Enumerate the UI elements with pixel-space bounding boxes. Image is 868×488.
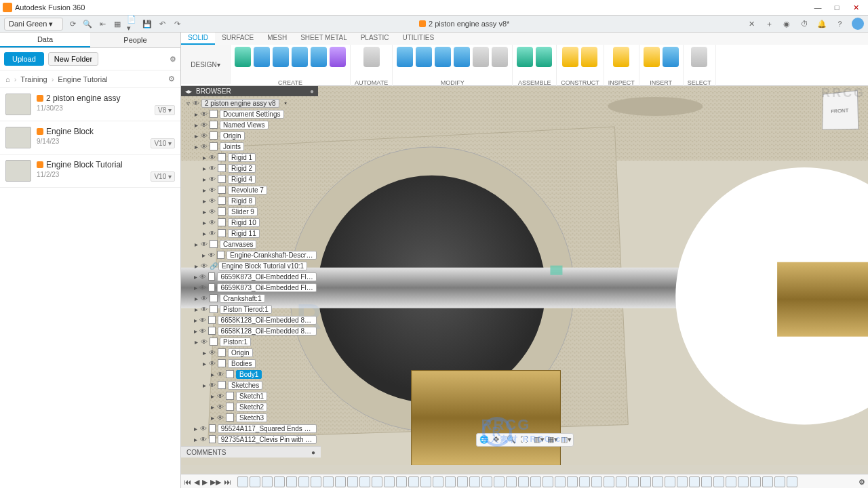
data-tab[interactable]: Data xyxy=(0,33,90,47)
zoom-icon[interactable]: 🔍 xyxy=(507,435,516,445)
pattern-icon[interactable] xyxy=(311,47,327,67)
automate-icon[interactable] xyxy=(363,47,380,67)
timeline-feature[interactable] xyxy=(274,476,285,487)
people-tab[interactable]: People xyxy=(90,33,180,47)
timeline-feature[interactable] xyxy=(311,476,321,487)
timeline-feature[interactable] xyxy=(567,476,578,487)
timeline-feature[interactable] xyxy=(677,476,688,487)
timeline-feature[interactable] xyxy=(787,476,797,487)
as-built-joint-icon[interactable] xyxy=(536,47,552,67)
timeline-feature[interactable] xyxy=(726,476,736,487)
collapse-panel-icon[interactable]: ⇤ xyxy=(97,18,108,29)
timeline-feature[interactable] xyxy=(689,476,700,487)
breadcrumb-gear-icon[interactable]: ⚙ xyxy=(168,75,175,83)
upload-button[interactable]: Upload xyxy=(4,52,44,66)
timeline-feature[interactable] xyxy=(250,476,260,487)
timeline-feature[interactable] xyxy=(323,476,334,487)
timeline-feature[interactable] xyxy=(494,476,505,487)
file-menu-icon[interactable]: 📄▾ xyxy=(127,18,138,29)
timeline-feature[interactable] xyxy=(652,476,663,487)
document-tab[interactable]: 2 piston engine assy v8* xyxy=(419,20,509,28)
user-menu[interactable]: Dani Green ▾ xyxy=(4,18,63,30)
account-avatar[interactable] xyxy=(852,18,864,30)
timeline-start-icon[interactable]: ⏮ xyxy=(184,478,191,487)
timeline-feature[interactable] xyxy=(665,476,675,487)
timeline-feature[interactable] xyxy=(542,476,553,487)
new-tab-icon[interactable]: ＋ xyxy=(764,18,774,29)
orbit-icon[interactable]: 🌐 xyxy=(479,435,489,445)
browser-node[interactable]: ▸👁Rigid 1 xyxy=(181,152,317,163)
viewport-layout-icon[interactable]: ◫▾ xyxy=(561,435,570,445)
plane-icon[interactable] xyxy=(562,47,578,67)
browser-node[interactable]: ▸👁Sketch1 xyxy=(181,390,317,401)
workspace-tab-plastic[interactable]: PLASTIC xyxy=(354,33,396,45)
workspace-tab-sheet-metal[interactable]: SHEET METAL xyxy=(294,33,354,45)
tab-close-icon[interactable]: ✕ xyxy=(746,18,757,29)
shell-icon[interactable] xyxy=(435,47,451,67)
browser-node[interactable]: ▸👁Rigid 2 xyxy=(181,163,317,174)
hole-icon[interactable] xyxy=(292,47,308,67)
timeline-feature[interactable] xyxy=(298,476,309,487)
workspace-tab-mesh[interactable]: MESH xyxy=(260,33,294,45)
window-maximize[interactable]: □ xyxy=(827,1,846,14)
browser-header[interactable]: ◂▸BROWSER● xyxy=(181,86,318,96)
fillet-icon[interactable] xyxy=(416,47,432,67)
timeline-feature[interactable] xyxy=(445,476,456,487)
timeline-feature[interactable] xyxy=(750,476,761,487)
version-badge[interactable]: V10 ▾ xyxy=(151,171,175,182)
press-pull-icon[interactable] xyxy=(397,47,413,67)
new-folder-button[interactable]: New Folder xyxy=(48,52,98,66)
browser-node[interactable]: ▸👁Body1 xyxy=(181,369,317,380)
timeline-feature[interactable] xyxy=(762,476,773,487)
timeline-feature[interactable] xyxy=(701,476,712,487)
timeline-feature[interactable] xyxy=(237,476,248,487)
insert-mcmaster-icon[interactable] xyxy=(663,47,679,67)
sketch-icon[interactable] xyxy=(235,47,251,67)
grid-icon[interactable]: ▦ xyxy=(112,18,123,29)
browser-node[interactable]: ▸👁Crankshaft:1 xyxy=(181,293,317,304)
timeline-feature[interactable] xyxy=(286,476,297,487)
timeline-feature[interactable] xyxy=(396,476,407,487)
browser-node[interactable]: ▸👁Rigid 4 xyxy=(181,174,317,184)
notifications-icon[interactable]: 🔔 xyxy=(816,18,827,29)
move-icon[interactable] xyxy=(492,47,508,67)
timeline-feature[interactable] xyxy=(433,476,443,487)
gear-icon[interactable]: ⚙ xyxy=(170,55,176,64)
timeline-feature[interactable] xyxy=(640,476,651,487)
combine-icon[interactable] xyxy=(454,47,470,67)
version-badge[interactable]: V10 ▾ xyxy=(151,138,175,148)
breadcrumb-project[interactable]: Training xyxy=(20,75,47,83)
timeline-feature[interactable] xyxy=(774,476,785,487)
browser-node[interactable]: ▸👁Rigid 11 xyxy=(181,228,317,239)
browser-node[interactable]: ▸👁🔗Engine Block Tutorial v10:1 xyxy=(181,260,317,271)
data-panel-item[interactable]: Engine Block 9/14/23 V10 ▾ xyxy=(0,121,180,155)
timeline-feature[interactable] xyxy=(335,476,346,487)
browser-node[interactable]: ▸👁6658K128_Oil-Embedded 841 Bron… xyxy=(181,325,317,336)
fit-icon[interactable]: ⛶ xyxy=(520,435,530,445)
timeline-feature[interactable] xyxy=(408,476,419,487)
timeline-feature[interactable] xyxy=(384,476,395,487)
save-icon[interactable]: 💾 xyxy=(142,18,153,29)
form-icon[interactable] xyxy=(330,47,346,67)
browser-node[interactable]: ▸👁Joints xyxy=(181,141,317,152)
extrude-icon[interactable] xyxy=(254,47,270,67)
browser-node[interactable]: ▸👁Piston:1 xyxy=(181,336,317,347)
browser-node[interactable]: ▸👁Revolute 7 xyxy=(181,184,317,195)
browser-node[interactable]: ▸👁Origin xyxy=(181,347,317,358)
window-minimize[interactable]: — xyxy=(808,1,827,14)
timeline-feature[interactable] xyxy=(555,476,566,487)
workspace-tab-utilities[interactable]: UTILITIES xyxy=(395,33,441,45)
browser-node[interactable]: ▸👁Bodies xyxy=(181,358,317,369)
data-panel-item[interactable]: 2 piston engine assy 11/30/23 V8 ▾ xyxy=(0,88,180,121)
timeline-feature[interactable] xyxy=(359,476,370,487)
home-icon[interactable]: ⌂ xyxy=(5,75,10,83)
display-settings-icon[interactable]: ▥▾ xyxy=(534,435,543,445)
timeline-prev-icon[interactable]: ◀ xyxy=(194,478,199,487)
browser-node[interactable]: ▸👁Sketch2 xyxy=(181,401,317,412)
refresh-icon[interactable]: ⟳ xyxy=(67,18,78,29)
browser-node[interactable]: ▸👁6658K128_Oil-Embedded 841 Bron… xyxy=(181,314,317,325)
browser-node[interactable]: ▸👁Sketches xyxy=(181,380,317,390)
timeline-end-icon[interactable]: ⏭ xyxy=(224,478,231,487)
workspace-tab-surface[interactable]: SURFACE xyxy=(215,33,260,45)
timeline-feature[interactable] xyxy=(591,476,602,487)
